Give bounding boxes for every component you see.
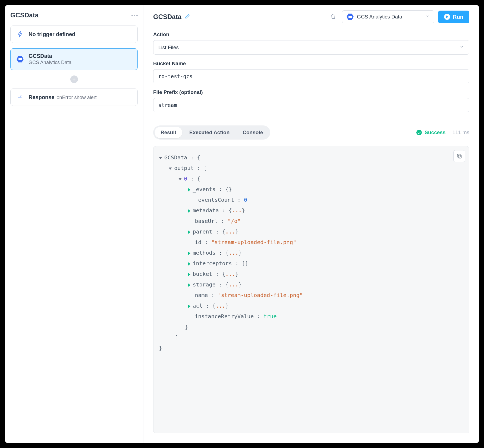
app-root: GCSData No trigger defined GCSData GCS A… [5,5,479,443]
copy-button[interactable] [453,150,465,162]
gcs-hex-icon [347,13,354,20]
tree-row[interactable]: acl : {...} [159,301,464,311]
status-text: Success [425,130,445,135]
resource-label: GCS Analytics Data [357,14,422,20]
prefix-label: File Prefix (optional) [153,89,469,95]
run-button[interactable]: Run [438,11,469,23]
tree-row: id : "stream-uploaded-file.png" [159,237,464,248]
chevron-down-icon [425,14,430,20]
bucket-label: Bucket Name [153,61,469,67]
tab-executed[interactable]: Executed Action [183,127,235,138]
more-icon[interactable] [131,15,138,16]
sidebar: GCSData No trigger defined GCSData GCS A… [5,5,143,443]
response-node[interactable]: Response onError show alert [10,89,138,106]
tree-row: ] [159,332,464,343]
svg-rect-1 [457,154,460,157]
chevron-down-icon [459,44,464,51]
connector [74,70,74,75]
tree-row[interactable]: _events : {} [159,184,464,195]
trigger-node[interactable]: No trigger defined [10,26,138,43]
svg-rect-0 [458,155,461,158]
gcs-node-title: GCSData [29,53,71,59]
trigger-label: No trigger defined [29,31,75,37]
gcs-hex-icon [16,55,24,63]
tree-row: } [159,322,464,332]
response-label: Response [29,94,55,100]
tree-row[interactable]: interceptors : [] [159,258,464,269]
resource-select[interactable]: GCS Analytics Data [342,10,434,23]
workflow-title: GCSData [10,11,39,19]
tree-row: _eventsCount : 0 [159,195,464,205]
action-value: List Files [158,45,179,51]
tree-row[interactable]: output : [ [159,163,464,173]
gcs-node-subtitle: GCS Analytics Data [29,60,71,65]
action-label: Action [153,31,469,37]
timing: 111 ms [452,130,469,135]
response-sub: onError show alert [57,95,97,100]
connector [74,83,74,89]
tree-row[interactable]: bucket : {...} [159,269,464,279]
gcs-node[interactable]: GCSData GCS Analytics Data [10,48,138,70]
tree-row: name : "stream-uploaded-file.png" [159,290,464,301]
bolt-icon [16,30,24,38]
tree-row: instanceRetryValue : true [159,311,464,322]
bucket-value: ro-test-gcs [158,73,193,79]
play-icon [444,14,450,20]
main-header: GCSData GCS Analytics Data Run [143,5,479,28]
tree-row[interactable]: GCSData : { [159,152,464,163]
form-section: Action List Files Bucket Name ro-test-gc… [143,28,479,120]
result-pane: GCSData : { output : [ 0 : { _events : {… [153,146,469,433]
run-label: Run [453,14,463,20]
tree-row[interactable]: metadata : {...} [159,205,464,216]
bucket-input[interactable]: ro-test-gcs [153,69,469,83]
results-bar: Result Executed Action Console Success ·… [143,120,479,143]
page-title: GCSData [153,13,181,21]
flag-icon [16,93,24,101]
result-tabs: Result Executed Action Console [153,125,270,140]
edit-icon[interactable] [185,14,190,20]
check-icon [416,130,422,135]
tree-row: } [159,343,464,354]
prefix-input[interactable]: stream [153,98,469,112]
separator: · [448,130,450,135]
tree-row[interactable]: storage : {...} [159,279,464,290]
node-list: No trigger defined GCSData GCS Analytics… [10,26,138,106]
tree-row[interactable]: methods : {...} [159,248,464,258]
action-select[interactable]: List Files [153,40,469,55]
prefix-value: stream [158,102,177,108]
sidebar-header: GCSData [10,11,138,19]
tree-row[interactable]: parent : {...} [159,226,464,237]
add-step-button[interactable]: + [70,75,78,83]
trash-icon[interactable] [328,11,338,22]
main-panel: GCSData GCS Analytics Data Run [143,5,479,443]
tree-row: baseUrl : "/o" [159,216,464,226]
status: Success · 111 ms [416,130,469,135]
tab-console[interactable]: Console [237,127,269,138]
connector [74,43,74,48]
tree-row[interactable]: 0 : { [159,173,464,184]
tab-result[interactable]: Result [155,127,182,138]
